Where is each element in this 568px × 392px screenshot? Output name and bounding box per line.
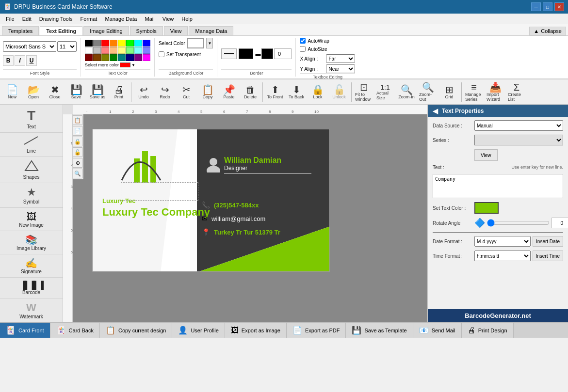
border-color-box[interactable] <box>239 48 253 59</box>
to-back-button[interactable]: ⬇ To Back <box>286 83 307 101</box>
card-company-selection[interactable] <box>121 182 198 201</box>
symbol-tool[interactable]: ★ Symbol <box>0 183 63 207</box>
swatch-red[interactable] <box>101 40 109 47</box>
minimize-button[interactable]: ─ <box>531 2 541 11</box>
swatch-lightcyan[interactable] <box>134 47 142 54</box>
zoom-out-button[interactable]: 🔍 Zoom-Out <box>418 81 438 103</box>
back-arrow-icon[interactable]: ◀ <box>433 107 438 115</box>
swatch-peach[interactable] <box>110 47 117 54</box>
swatch-magenta[interactable] <box>143 54 150 61</box>
swatch-black[interactable] <box>85 40 93 47</box>
export-image-button[interactable]: 🖼 Export as Image <box>225 323 287 338</box>
export-pdf-button[interactable]: 📄 Export as PDF <box>287 323 346 338</box>
dropdown-arrow-text-color[interactable]: ▼ <box>131 63 135 67</box>
y-align-select[interactable]: NearCenterFar <box>326 64 355 73</box>
font-family-select[interactable]: Microsoft Sans S <box>3 41 56 52</box>
rotate-input[interactable] <box>552 218 568 228</box>
menu-mail[interactable]: Mail <box>141 15 158 23</box>
line-tool[interactable]: Line <box>0 133 63 157</box>
bg-color-preview[interactable] <box>187 38 204 48</box>
series-select[interactable] <box>474 135 563 145</box>
fit-window-button[interactable]: ⊡ Fit to Window <box>354 81 374 103</box>
tab-templates[interactable]: Templates <box>2 26 39 35</box>
italic-button[interactable]: I <box>15 55 25 66</box>
swatch-lightyellow[interactable] <box>118 47 126 54</box>
swatch-blue[interactable] <box>143 40 150 47</box>
user-profile-button[interactable]: 👤 User Profile <box>172 323 225 338</box>
menu-help[interactable]: Help <box>178 15 196 23</box>
swatch-navy[interactable] <box>126 54 134 61</box>
unlock-button[interactable]: 🔓 Unlock <box>329 83 349 101</box>
menu-drawing-tools[interactable]: Drawing Tools <box>35 15 77 23</box>
card-canvas[interactable]: Luxury Tec Luxury Tec Company William Da… <box>92 129 330 272</box>
copy-button[interactable]: 📋 Copy <box>197 83 218 101</box>
swatch-purple[interactable] <box>134 54 142 61</box>
mini-copy-btn[interactable]: 📋 <box>73 115 82 125</box>
text-color-picker[interactable] <box>474 202 499 214</box>
date-format-select[interactable]: M-d-yyyy d-M-yyyy yyyy-M-d MM/dd/yyyy <box>474 236 531 247</box>
swatch-silver[interactable] <box>93 47 101 54</box>
swatch-gray[interactable] <box>93 40 101 47</box>
menu-file[interactable]: File <box>2 15 18 23</box>
swatch-lightgreen[interactable] <box>126 47 134 54</box>
swatch-darkred[interactable] <box>85 54 93 61</box>
close-button[interactable]: ✖ Close <box>45 83 65 101</box>
autowrap-checkbox[interactable] <box>300 38 306 44</box>
swatch-olive[interactable] <box>101 54 109 61</box>
mini-zoom-btn[interactable]: ⊕ <box>73 158 82 168</box>
text-textarea[interactable]: Company <box>433 174 563 198</box>
copy-design-button[interactable]: 📋 Copy current design <box>100 323 172 338</box>
new-button[interactable]: 📄 New <box>2 83 22 101</box>
font-size-select[interactable]: 11 <box>57 41 77 52</box>
menu-format[interactable]: Format <box>77 15 101 23</box>
swatch-teal[interactable] <box>118 54 126 61</box>
menu-view[interactable]: View <box>159 15 178 23</box>
card-back-button[interactable]: 🃏 Card Back <box>50 323 100 338</box>
collapse-button[interactable]: ▲ Collapse <box>529 27 566 35</box>
shapes-tool[interactable]: Shapes <box>0 157 63 183</box>
zoom-in-button[interactable]: 🔍 Zoom-In <box>396 83 417 101</box>
delete-button[interactable]: 🗑 Delete <box>240 83 260 101</box>
save-button[interactable]: 💾 Save <box>66 83 86 101</box>
autosize-checkbox[interactable] <box>300 46 306 52</box>
swatch-orange[interactable] <box>110 40 117 47</box>
insert-time-button[interactable]: Insert Time <box>533 251 563 261</box>
swatch-brown[interactable] <box>93 54 101 61</box>
lock-button[interactable]: 🔒 Lock <box>308 83 328 101</box>
barcode-tool[interactable]: ▐▌▐▌▐ Barcode <box>0 278 63 298</box>
watermark-tool[interactable]: W Watermark <box>0 298 63 322</box>
print-button[interactable]: 🖨 Print <box>109 83 129 101</box>
save-template-button[interactable]: 💾 Save as Template <box>346 323 413 338</box>
swatch-white[interactable] <box>85 47 93 54</box>
border-color-preview[interactable] <box>261 48 273 59</box>
menu-edit[interactable]: Edit <box>18 15 35 23</box>
grid-button[interactable]: ⊞ Grid <box>439 83 459 101</box>
canvas-wrapper[interactable]: · 1 2 3 4 5 6 7 8 9 10 1 2 3 4 5 6 <box>63 105 427 322</box>
tab-manage-data[interactable]: Manage Data <box>189 26 233 35</box>
swatch-green[interactable] <box>126 40 134 47</box>
swatch-cyan[interactable] <box>134 40 142 47</box>
print-design-button[interactable]: 🖨 Print Design <box>462 323 514 338</box>
tab-view[interactable]: View <box>164 26 188 35</box>
insert-date-button[interactable]: Insert Date <box>533 236 563 247</box>
swatch-pink[interactable] <box>101 47 109 54</box>
manage-series-button[interactable]: ≡ Manage Series <box>464 81 484 103</box>
card-front-button[interactable]: 🃏 Card Front <box>0 323 50 338</box>
send-mail-button[interactable]: 📧 Send Mail <box>413 323 462 338</box>
time-format-select[interactable]: h:mm:ss tt HH:mm:ss h:mm tt <box>474 251 531 261</box>
signature-tool[interactable]: ✍ Signature <box>0 254 63 278</box>
image-library-tool[interactable]: 📚 Image Library <box>0 231 63 254</box>
data-source-select[interactable]: Manual Database Series <box>474 120 563 131</box>
tab-text-editing[interactable]: Text Editing <box>40 26 82 35</box>
create-list-button[interactable]: Σ Create List <box>506 81 527 103</box>
underline-button[interactable]: U <box>26 55 37 66</box>
open-button[interactable]: 📂 Open <box>23 83 44 101</box>
x-align-select[interactable]: FarNearCenter <box>326 54 355 63</box>
set-transparent-checkbox[interactable] <box>159 51 164 57</box>
paste-button[interactable]: 📌 Paste <box>219 83 239 101</box>
undo-button[interactable]: ↩ Undo <box>133 83 154 101</box>
menu-manage-data[interactable]: Manage Data <box>101 15 141 23</box>
border-style-select[interactable] <box>221 48 237 59</box>
border-size-input[interactable] <box>274 48 292 59</box>
cut-button[interactable]: ✂ Cut <box>176 83 196 101</box>
